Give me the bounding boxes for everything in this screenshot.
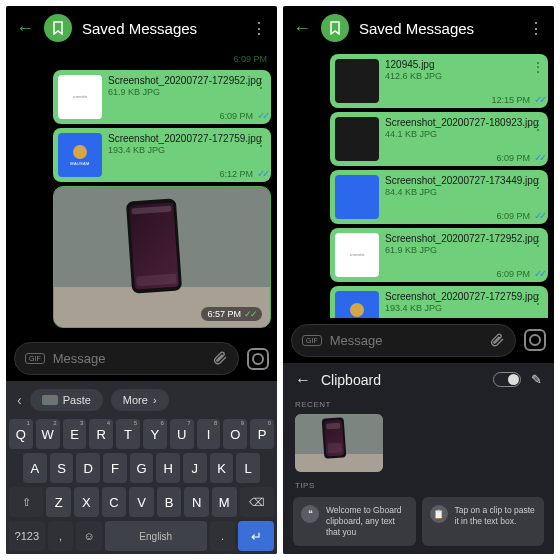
message-file[interactable]: screenshot Screenshot_20200727-172952.jp…: [53, 70, 271, 124]
prev-time: 6:09 PM: [233, 54, 267, 64]
message-file[interactable]: MAUSAM Screenshot_20200727-172759.jpg 19…: [53, 128, 271, 182]
tip-card[interactable]: ❝ Welcome to Gboard clipboard, any text …: [293, 497, 416, 546]
file-size: 84.4 KB JPG: [385, 187, 543, 197]
msg-time: 12:15 PM: [491, 95, 530, 105]
message-photo[interactable]: 6:57 PM✓✓: [53, 186, 271, 328]
tip-icon: 📋: [430, 505, 448, 523]
file-size: 412.6 KB JPG: [385, 71, 543, 81]
msg-more-icon[interactable]: ⋮: [532, 60, 544, 74]
key-p[interactable]: P0: [250, 419, 274, 449]
back-arrow-icon[interactable]: ←: [16, 18, 34, 39]
clipboard-toggle[interactable]: [493, 372, 521, 387]
msg-more-icon[interactable]: ⋮: [532, 118, 544, 132]
message-file[interactable]: screenshotScreenshot_20200727-172952.jpg…: [330, 228, 548, 282]
thumbnail: [335, 117, 379, 161]
key-e[interactable]: E3: [63, 419, 87, 449]
more-icon[interactable]: ⋮: [251, 19, 267, 38]
clipboard-item-image[interactable]: [295, 414, 383, 472]
clipboard-back-icon[interactable]: ←: [295, 371, 311, 389]
key-x[interactable]: X: [74, 487, 99, 517]
key-a[interactable]: A: [23, 453, 47, 483]
key-c[interactable]: C: [102, 487, 127, 517]
read-icon: ✓✓: [534, 152, 544, 163]
key-space[interactable]: English: [105, 521, 207, 551]
gif-icon[interactable]: GIF: [302, 335, 322, 346]
key-q[interactable]: Q1: [9, 419, 33, 449]
suggest-collapse-icon[interactable]: ‹: [17, 392, 22, 408]
more-icon[interactable]: ⋮: [528, 19, 544, 38]
key-s[interactable]: S: [50, 453, 74, 483]
file-size: 61.9 KB JPG: [385, 245, 543, 255]
thumbnail: MAUSAM: [335, 291, 379, 318]
phone-right: ← Saved Messages ⋮ 120945.jpg412.6 KB JP…: [283, 6, 554, 554]
msg-more-icon[interactable]: ⋮: [532, 292, 544, 306]
key-⇧[interactable]: ⇧: [9, 487, 43, 517]
key-comma[interactable]: ,: [48, 521, 74, 551]
file-name: Screenshot_20200727-172759.jpg: [108, 133, 266, 145]
msg-more-icon[interactable]: ⋮: [255, 134, 267, 148]
read-icon: ✓✓: [257, 110, 267, 121]
file-name: Screenshot_20200727-172952.jpg: [108, 75, 266, 87]
key-m[interactable]: M: [212, 487, 237, 517]
bookmark-icon[interactable]: [44, 14, 72, 42]
key-period[interactable]: .: [210, 521, 236, 551]
edit-icon[interactable]: ✎: [531, 372, 542, 387]
key-f[interactable]: F: [103, 453, 127, 483]
key-w[interactable]: W2: [36, 419, 60, 449]
read-icon: ✓✓: [257, 168, 267, 179]
key-i[interactable]: I8: [197, 419, 221, 449]
paste-chip[interactable]: Paste: [30, 389, 103, 411]
placeholder: Message: [53, 351, 204, 366]
key-l[interactable]: L: [236, 453, 260, 483]
key-d[interactable]: D: [76, 453, 100, 483]
key-k[interactable]: K: [210, 453, 234, 483]
bookmark-icon[interactable]: [321, 14, 349, 42]
key-b[interactable]: B: [157, 487, 182, 517]
thumbnail: screenshot: [58, 75, 102, 119]
camera-icon[interactable]: [247, 348, 269, 370]
msg-more-icon[interactable]: ⋮: [532, 234, 544, 248]
key-u[interactable]: U7: [170, 419, 194, 449]
attach-icon[interactable]: [212, 349, 228, 368]
key-j[interactable]: J: [183, 453, 207, 483]
msg-time: 6:09 PM: [219, 111, 253, 121]
read-icon: ✓✓: [244, 309, 256, 319]
key-numbers[interactable]: ?123: [9, 521, 45, 551]
more-chip[interactable]: More ›: [111, 389, 169, 411]
key-r[interactable]: R4: [89, 419, 113, 449]
thumbnail: MAUSAM: [58, 133, 102, 177]
read-icon: ✓✓: [534, 268, 544, 279]
photo-time: 6:57 PM: [207, 309, 241, 319]
msg-time: 6:09 PM: [496, 211, 530, 221]
gif-icon[interactable]: GIF: [25, 353, 45, 364]
file-size: 193.4 KB JPG: [108, 145, 266, 155]
key-y[interactable]: Y6: [143, 419, 167, 449]
key-v[interactable]: V: [129, 487, 154, 517]
back-arrow-icon[interactable]: ←: [293, 18, 311, 39]
key-g[interactable]: G: [130, 453, 154, 483]
attach-icon[interactable]: [489, 331, 505, 350]
key-z[interactable]: Z: [46, 487, 71, 517]
key-n[interactable]: N: [184, 487, 209, 517]
tip-card[interactable]: 📋 Tap on a clip to paste it in the text …: [422, 497, 545, 546]
key-o[interactable]: O9: [223, 419, 247, 449]
msg-more-icon[interactable]: ⋮: [532, 176, 544, 190]
message-input[interactable]: GIF Message: [14, 342, 239, 375]
msg-time: 6:12 PM: [219, 169, 253, 179]
message-file[interactable]: Screenshot_20200727-173449.jpg84.4 KB JP…: [330, 170, 548, 224]
read-icon: ✓✓: [534, 94, 544, 105]
key-row-4: ?123 , ☺ English . ↵: [9, 521, 274, 551]
key-enter[interactable]: ↵: [238, 521, 274, 551]
page-title: Saved Messages: [82, 20, 241, 37]
thumbnail: [335, 59, 379, 103]
key-h[interactable]: H: [156, 453, 180, 483]
msg-more-icon[interactable]: ⋮: [255, 76, 267, 90]
message-file[interactable]: Screenshot_20200727-180923.jpg44.1 KB JP…: [330, 112, 548, 166]
message-file[interactable]: MAUSAMScreenshot_20200727-172759.jpg193.…: [330, 286, 548, 318]
key-t[interactable]: T5: [116, 419, 140, 449]
camera-icon[interactable]: [524, 329, 546, 351]
key-emoji[interactable]: ☺: [76, 521, 102, 551]
message-input[interactable]: GIF Message: [291, 324, 516, 357]
message-file[interactable]: 120945.jpg412.6 KB JPG⋮12:15 PM✓✓: [330, 54, 548, 108]
key-⌫[interactable]: ⌫: [240, 487, 274, 517]
